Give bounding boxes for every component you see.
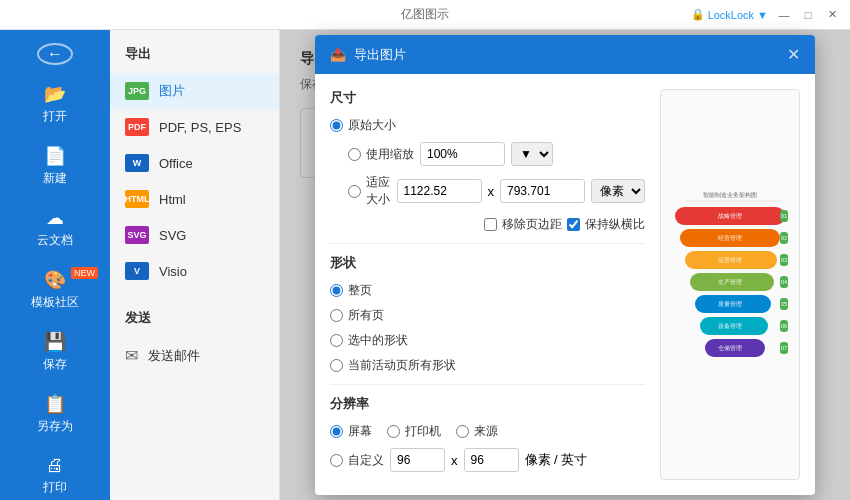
svg-text:经营管理: 经营管理 — [718, 235, 742, 241]
dpi-x-label: x — [451, 453, 458, 468]
sidebar-item-save[interactable]: 💾 保存 — [0, 321, 110, 383]
size-adapt-option[interactable]: 适应大小 — [348, 174, 391, 208]
export-nav-html-label: Html — [159, 192, 186, 207]
shape-current-option[interactable]: 整页 — [330, 282, 372, 299]
sidebar-item-cloud[interactable]: ☁ 云文档 — [0, 197, 110, 259]
svg-text:运营管理: 运营管理 — [718, 257, 742, 263]
svg-text:质量管理: 质量管理 — [718, 301, 742, 307]
adapt-height-input[interactable]: 793.701 — [500, 179, 585, 203]
new-badge: NEW — [71, 267, 98, 279]
shape-active-radio[interactable] — [330, 359, 343, 372]
preview-chart: 智能制造业务架构图 战略管理 01 — [665, 185, 795, 385]
modal-overlay: 📤 导出图片 ✕ 尺寸 原始大小 — [280, 30, 850, 500]
titlebar-title: 亿图图示 — [401, 6, 449, 23]
print-icon: 🖨 — [46, 455, 64, 476]
size-section-title: 尺寸 — [330, 89, 645, 107]
shape-current-row: 整页 — [330, 282, 645, 299]
shape-current-radio[interactable] — [330, 284, 343, 297]
sidebar-label-saveas: 另存为 — [37, 418, 73, 435]
close-window-btn[interactable]: ✕ — [824, 7, 840, 23]
send-section-title: 发送 — [110, 309, 279, 337]
resolution-printer-option[interactable]: 打印机 — [387, 423, 441, 440]
keep-ratio-label[interactable]: 保持纵横比 — [585, 216, 645, 233]
resolution-printer-label: 打印机 — [405, 423, 441, 440]
html-icon: HTML — [125, 190, 149, 208]
adapt-unit-select[interactable]: 像素 — [591, 179, 645, 203]
export-nav-svg[interactable]: SVG SVG — [110, 217, 279, 253]
size-original-radio[interactable] — [330, 119, 343, 132]
adapt-x-label: x — [488, 184, 495, 199]
resolution-custom-option[interactable]: 自定义 — [330, 452, 384, 469]
export-nav-title: 导出 — [110, 45, 279, 73]
scale-select[interactable]: ▼ — [511, 142, 553, 166]
export-nav-html[interactable]: HTML Html — [110, 181, 279, 217]
shape-active-option[interactable]: 当前活动页所有形状 — [330, 357, 456, 374]
export-nav: 导出 JPG 图片 PDF PDF, PS, EPS W Office HTML… — [110, 30, 280, 500]
saveas-icon: 📋 — [44, 393, 66, 415]
export-nav-pdf[interactable]: PDF PDF, PS, EPS — [110, 109, 279, 145]
modal-header-icon: 📤 — [330, 47, 346, 62]
sidebar-item-template[interactable]: 🎨 模板社区 NEW — [0, 259, 110, 321]
remove-margin-checkbox[interactable] — [484, 218, 497, 231]
shape-active-row: 当前活动页所有形状 — [330, 357, 645, 374]
shape-all-radio[interactable] — [330, 309, 343, 322]
resolution-source-radio[interactable] — [456, 425, 469, 438]
modal-close-btn[interactable]: ✕ — [787, 45, 800, 64]
resolution-source-option[interactable]: 来源 — [456, 423, 498, 440]
remove-margin-label[interactable]: 移除页边距 — [502, 216, 562, 233]
minimize-btn[interactable]: — — [776, 7, 792, 23]
resolution-custom-label: 自定义 — [348, 452, 384, 469]
shape-selected-option[interactable]: 选中的形状 — [330, 332, 408, 349]
adapt-width-input[interactable]: 1122.52 — [397, 179, 482, 203]
svg-text:03: 03 — [781, 257, 788, 263]
lock-badge[interactable]: 🔒 LockLock ▼ — [691, 8, 768, 21]
visio-icon: V — [125, 262, 149, 280]
svg-text:07: 07 — [781, 345, 788, 351]
resolution-screen-radio[interactable] — [330, 425, 343, 438]
dpi-width-input[interactable]: 96 — [390, 448, 445, 472]
save-icon: 💾 — [44, 331, 66, 353]
size-original-option[interactable]: 原始大小 — [330, 117, 396, 134]
shape-all-label: 所有页 — [348, 307, 384, 324]
svg-text:06: 06 — [781, 323, 788, 329]
sidebar-label-cloud: 云文档 — [37, 232, 73, 249]
export-nav-image[interactable]: JPG 图片 — [110, 73, 279, 109]
modal-header-left: 📤 导出图片 — [330, 46, 406, 64]
keep-ratio-checkbox[interactable] — [567, 218, 580, 231]
shape-all-option[interactable]: 所有页 — [330, 307, 384, 324]
size-adapt-radio[interactable] — [348, 185, 361, 198]
svg-text:战略管理: 战略管理 — [718, 213, 742, 219]
sidebar-item-open[interactable]: 📂 打开 — [0, 73, 110, 135]
sidebar-item-saveas[interactable]: 📋 另存为 — [0, 383, 110, 445]
sidebar-label-save: 保存 — [43, 356, 67, 373]
resolution-screen-option[interactable]: 屏幕 — [330, 423, 372, 440]
export-nav-image-label: 图片 — [159, 82, 185, 100]
scale-input[interactable]: 100% — [420, 142, 505, 166]
titlebar: 亿图图示 🔒 LockLock ▼ — □ ✕ — [0, 0, 850, 30]
sidebar-item-new[interactable]: 📄 新建 — [0, 135, 110, 197]
template-icon: 🎨 — [44, 269, 66, 291]
size-scale-option[interactable]: 使用缩放 — [348, 146, 414, 163]
shape-selected-radio[interactable] — [330, 334, 343, 347]
maximize-btn[interactable]: □ — [800, 7, 816, 23]
back-button[interactable]: ← — [37, 43, 73, 65]
dpi-height-input[interactable]: 96 — [464, 448, 519, 472]
svg-text:生产管理: 生产管理 — [718, 278, 742, 285]
sidebar-label-print: 打印 — [43, 479, 67, 496]
size-scale-radio[interactable] — [348, 148, 361, 161]
shape-active-label: 当前活动页所有形状 — [348, 357, 456, 374]
export-nav-visio[interactable]: V Visio — [110, 253, 279, 289]
resolution-section-title: 分辨率 — [330, 395, 645, 413]
export-modal: 📤 导出图片 ✕ 尺寸 原始大小 — [315, 35, 815, 495]
checkbox-row: 移除页边距 保持纵横比 — [330, 216, 645, 233]
resolution-printer-radio[interactable] — [387, 425, 400, 438]
open-icon: 📂 — [44, 83, 66, 105]
resolution-custom-radio[interactable] — [330, 454, 343, 467]
export-nav-office[interactable]: W Office — [110, 145, 279, 181]
resolution-screen-label: 屏幕 — [348, 423, 372, 440]
send-email[interactable]: ✉ 发送邮件 — [110, 337, 279, 374]
shape-current-label: 整页 — [348, 282, 372, 299]
sidebar-item-print[interactable]: 🖨 打印 — [0, 445, 110, 500]
modal-title: 导出图片 — [354, 46, 406, 64]
content-area: 导出 JPG 图片 PDF PDF, PS, EPS W Office HTML… — [110, 30, 850, 500]
